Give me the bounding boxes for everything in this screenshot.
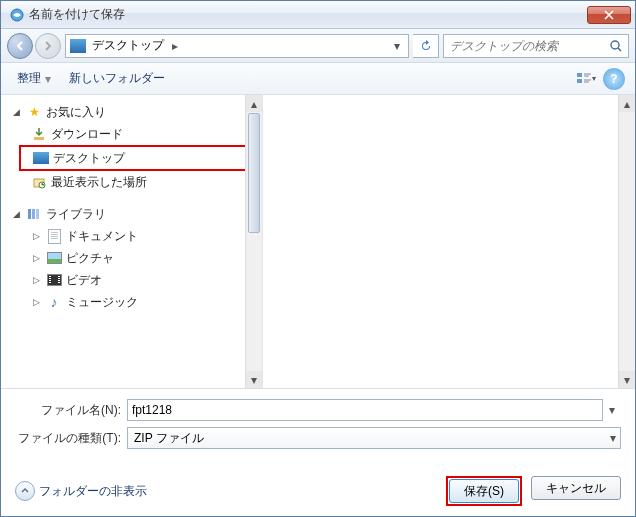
collapse-icon[interactable]: ◢	[11, 209, 22, 220]
expand-icon[interactable]: ▷	[31, 253, 42, 264]
star-icon: ★	[26, 104, 42, 120]
chevron-down-icon: ▾	[610, 431, 616, 445]
expand-icon[interactable]: ▷	[31, 297, 42, 308]
tree-label: ピクチャ	[66, 250, 114, 267]
svg-point-1	[611, 41, 619, 49]
tree-item-music[interactable]: ▷ ♪ ミュージック	[3, 291, 260, 313]
scroll-down-icon[interactable]: ▾	[619, 371, 635, 388]
desktop-icon	[33, 150, 49, 166]
filetype-combo[interactable]: ZIP ファイル ▾	[127, 427, 621, 449]
save-button[interactable]: 保存(S)	[449, 479, 519, 503]
filename-input[interactable]	[127, 399, 603, 421]
collapse-icon[interactable]: ◢	[11, 107, 22, 118]
close-button[interactable]	[587, 6, 631, 24]
search-input[interactable]	[448, 38, 608, 54]
back-button[interactable]	[7, 33, 33, 59]
tree-scrollbar[interactable]: ▴ ▾	[245, 95, 262, 388]
view-icon	[576, 72, 592, 86]
window-title: 名前を付けて保存	[29, 6, 587, 23]
desktop-icon	[70, 39, 86, 53]
nav-bar: デスクトップ ▸ ▾	[1, 29, 635, 63]
organize-menu[interactable]: 整理 ▾	[11, 68, 57, 89]
app-icon	[9, 7, 25, 23]
tree-item-downloads[interactable]: ダウンロード	[3, 123, 260, 145]
bottom-panel: ファイル名(N): ▾ ファイルの種類(T): ZIP ファイル ▾	[1, 389, 635, 463]
video-icon	[46, 272, 62, 288]
svg-rect-3	[577, 79, 582, 83]
library-icon	[26, 206, 42, 222]
refresh-button[interactable]	[413, 34, 439, 58]
tree-item-videos[interactable]: ▷ ビデオ	[3, 269, 260, 291]
tree-label: ビデオ	[66, 272, 102, 289]
tree-label: お気に入り	[46, 104, 106, 121]
breadcrumb-dropdown[interactable]: ▾	[388, 35, 404, 57]
music-icon: ♪	[46, 294, 62, 310]
toolbar: 整理 ▾ 新しいフォルダー ▾ ?	[1, 63, 635, 95]
tree-label: ドキュメント	[66, 228, 138, 245]
titlebar: 名前を付けて保存	[1, 1, 635, 29]
chevron-down-icon: ▾	[45, 72, 51, 86]
scroll-up-icon[interactable]: ▴	[619, 95, 635, 112]
filename-label: ファイル名(N):	[15, 402, 127, 419]
filetype-label: ファイルの種類(T):	[15, 430, 127, 447]
tree-label: ダウンロード	[51, 126, 123, 143]
download-icon	[31, 126, 47, 142]
hide-folders-toggle[interactable]: フォルダーの非表示	[15, 481, 147, 501]
tree-favorites[interactable]: ◢ ★ お気に入り	[3, 101, 260, 123]
tree-label: 最近表示した場所	[51, 174, 147, 191]
svg-rect-8	[32, 209, 35, 219]
footer: フォルダーの非表示 保存(S) キャンセル	[15, 476, 621, 506]
recent-icon	[31, 174, 47, 190]
body: ◢ ★ お気に入り ダウンロード デスクトップ 最近表示した場所	[1, 95, 635, 389]
search-box[interactable]	[443, 34, 629, 58]
refresh-icon	[419, 39, 433, 53]
new-folder-button[interactable]: 新しいフォルダー	[63, 68, 171, 89]
help-icon: ?	[610, 72, 617, 86]
content-scrollbar[interactable]: ▴ ▾	[618, 95, 635, 388]
svg-rect-4	[34, 137, 44, 140]
tree-item-documents[interactable]: ▷ ドキュメント	[3, 225, 260, 247]
document-icon	[46, 228, 62, 244]
cancel-button[interactable]: キャンセル	[531, 476, 621, 500]
tree-label: ライブラリ	[46, 206, 106, 223]
picture-icon	[46, 250, 62, 266]
chevron-down-icon: ▾	[592, 74, 596, 83]
tree-item-pictures[interactable]: ▷ ピクチャ	[3, 247, 260, 269]
expand-icon[interactable]: ▷	[31, 231, 42, 242]
scroll-down-icon[interactable]: ▾	[246, 371, 262, 388]
svg-rect-7	[28, 209, 31, 219]
help-button[interactable]: ?	[603, 68, 625, 90]
chevron-right-icon[interactable]: ▸	[168, 39, 182, 53]
breadcrumb[interactable]: デスクトップ ▸ ▾	[65, 34, 409, 58]
tree-label: ミュージック	[66, 294, 138, 311]
expand-icon[interactable]: ▷	[31, 275, 42, 286]
close-icon	[604, 10, 614, 20]
chevron-up-icon	[15, 481, 35, 501]
file-list-pane[interactable]: ▴ ▾	[263, 95, 635, 388]
svg-rect-9	[36, 209, 39, 219]
search-icon[interactable]	[608, 38, 624, 54]
tree-label: デスクトップ	[53, 150, 125, 167]
filename-dropdown[interactable]: ▾	[603, 403, 621, 417]
tree-item-recent[interactable]: 最近表示した場所	[3, 171, 260, 193]
view-options-button[interactable]: ▾	[575, 68, 597, 90]
filetype-value: ZIP ファイル	[134, 430, 204, 447]
scroll-thumb[interactable]	[248, 113, 260, 233]
tree-item-desktop[interactable]: デスクトップ	[21, 147, 248, 169]
scroll-up-icon[interactable]: ▴	[246, 95, 262, 112]
svg-rect-2	[577, 73, 582, 77]
save-as-dialog: 名前を付けて保存 デスクトップ ▸ ▾ 整理 ▾ 新しいフォルダー ▾ ?	[0, 0, 636, 517]
breadcrumb-location: デスクトップ	[92, 37, 164, 54]
tree-libraries[interactable]: ◢ ライブラリ	[3, 203, 260, 225]
forward-button[interactable]	[35, 33, 61, 59]
arrow-right-icon	[42, 40, 54, 52]
folder-tree: ◢ ★ お気に入り ダウンロード デスクトップ 最近表示した場所	[1, 95, 262, 388]
arrow-left-icon	[14, 40, 26, 52]
